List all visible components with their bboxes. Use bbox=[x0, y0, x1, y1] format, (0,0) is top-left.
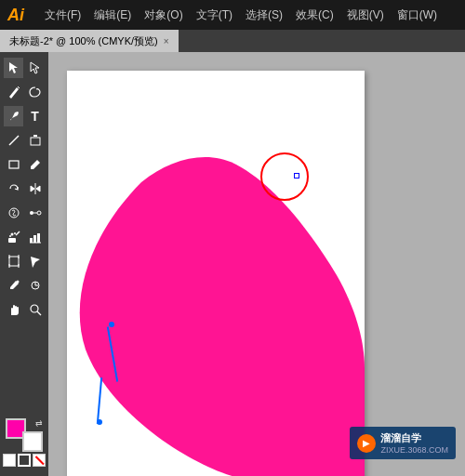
svg-line-3 bbox=[9, 136, 19, 145]
svg-marker-8 bbox=[31, 186, 34, 192]
menu-view[interactable]: 视图(V) bbox=[341, 6, 390, 25]
svg-point-12 bbox=[37, 211, 41, 215]
pen-tool[interactable] bbox=[4, 106, 23, 126]
rotate-tool[interactable] bbox=[4, 178, 23, 199]
svg-rect-23 bbox=[9, 257, 19, 266]
svg-rect-14 bbox=[8, 238, 16, 243]
selection-tool[interactable] bbox=[4, 58, 23, 78]
menu-file[interactable]: 文件(F) bbox=[39, 6, 86, 25]
watermark-title: 溜溜自学 bbox=[380, 431, 448, 445]
menu-object[interactable]: 对象(O) bbox=[139, 6, 188, 25]
anchor-point bbox=[294, 173, 299, 178]
tab-bar: 未标题-2* @ 100% (CMYK/预览) × bbox=[0, 30, 465, 52]
menu-bar: 文件(F) 编辑(E) 对象(O) 文字(T) 选择(S) 效果(C) 视图(V… bbox=[39, 6, 443, 25]
selection-tools-row bbox=[0, 56, 48, 80]
stroke-swatch[interactable] bbox=[22, 431, 43, 452]
svg-point-29 bbox=[16, 281, 19, 284]
active-tab[interactable]: 未标题-2* @ 100% (CMYK/预览) × bbox=[0, 30, 179, 52]
color-swatches: ⇄ bbox=[0, 413, 49, 472]
content-area: T bbox=[0, 52, 465, 476]
default-fill-swatch[interactable] bbox=[3, 454, 16, 467]
rectangle-tool[interactable] bbox=[4, 154, 23, 175]
blend-tool[interactable] bbox=[25, 203, 45, 223]
zoom-tool[interactable] bbox=[25, 299, 45, 320]
canvas-area[interactable]: ▶ 溜溜自学 ZIXUE.3068.COM bbox=[48, 52, 465, 476]
watermark-text: 溜溜自学 ZIXUE.3068.COM bbox=[380, 431, 448, 455]
measure-tool[interactable] bbox=[25, 275, 45, 296]
watermark-play-icon: ▶ bbox=[357, 434, 376, 453]
magic-lasso-row bbox=[0, 80, 48, 104]
watermark-badge: ▶ 溜溜自学 ZIXUE.3068.COM bbox=[350, 427, 456, 459]
gradient-eyedrop-row bbox=[0, 273, 48, 298]
symbol-sprayer-tool[interactable] bbox=[4, 227, 23, 247]
svg-marker-0 bbox=[9, 62, 18, 73]
artwork-svg bbox=[67, 71, 365, 476]
tab-label: 未标题-2* @ 100% (CMYK/预览) bbox=[9, 34, 158, 48]
column-graph-tool[interactable] bbox=[25, 227, 45, 247]
slice-tool[interactable] bbox=[25, 251, 45, 271]
svg-point-33 bbox=[31, 305, 38, 312]
tab-close-button[interactable]: × bbox=[164, 36, 169, 46]
swap-colors-icon[interactable]: ⇄ bbox=[35, 418, 43, 428]
artboard-tool[interactable] bbox=[4, 251, 23, 271]
menu-effect[interactable]: 效果(C) bbox=[290, 6, 339, 25]
warp-blend-row bbox=[0, 201, 48, 225]
menu-window[interactable]: 窗口(W) bbox=[392, 6, 443, 25]
svg-point-17 bbox=[14, 232, 16, 234]
svg-rect-20 bbox=[33, 235, 36, 243]
pen-type-row: T bbox=[0, 104, 48, 128]
svg-point-18 bbox=[9, 235, 11, 237]
hand-tool[interactable] bbox=[4, 299, 23, 320]
menu-edit[interactable]: 编辑(E) bbox=[88, 6, 137, 25]
pencil-tool[interactable] bbox=[25, 154, 45, 175]
magic-wand-tool[interactable] bbox=[4, 82, 23, 102]
warp-tool[interactable] bbox=[4, 203, 23, 223]
line-type-row bbox=[0, 128, 48, 152]
swatch-stack: ⇄ bbox=[6, 418, 43, 452]
svg-marker-9 bbox=[36, 186, 40, 192]
rotate-scale-row bbox=[0, 177, 48, 201]
watermark-url: ZIXUE.3068.COM bbox=[380, 445, 448, 455]
svg-marker-1 bbox=[31, 62, 39, 73]
default-none-row bbox=[3, 454, 46, 467]
main-area: 未标题-2* @ 100% (CMYK/预览) × bbox=[0, 30, 465, 476]
rect-pencil-row bbox=[0, 152, 48, 177]
eyedropper-tool[interactable] bbox=[4, 275, 23, 296]
svg-line-34 bbox=[37, 311, 41, 315]
menu-text[interactable]: 文字(T) bbox=[191, 6, 238, 25]
symbol-col-row bbox=[0, 225, 48, 249]
path-handle-point-1 bbox=[109, 322, 114, 327]
svg-rect-4 bbox=[31, 138, 40, 145]
hand-zoom-row bbox=[0, 298, 48, 322]
svg-rect-21 bbox=[37, 233, 40, 243]
ai-logo: Ai bbox=[7, 6, 24, 25]
svg-line-2 bbox=[18, 86, 20, 88]
svg-point-16 bbox=[10, 233, 13, 236]
svg-rect-19 bbox=[30, 238, 33, 243]
none-color-swatch[interactable] bbox=[33, 454, 46, 467]
lasso-tool[interactable] bbox=[25, 82, 45, 102]
menu-select[interactable]: 选择(S) bbox=[240, 6, 288, 25]
svg-marker-28 bbox=[31, 257, 40, 268]
artboard-slice-row bbox=[0, 249, 48, 273]
default-stroke-swatch[interactable] bbox=[18, 454, 31, 467]
title-bar: Ai 文件(F) 编辑(E) 对象(O) 文字(T) 选择(S) 效果(C) 视… bbox=[0, 0, 465, 30]
reflect-tool[interactable] bbox=[25, 178, 45, 199]
toolbar: T bbox=[0, 52, 48, 476]
type-tool[interactable]: T bbox=[25, 106, 45, 126]
area-type-tool[interactable] bbox=[25, 130, 45, 151]
svg-rect-6 bbox=[9, 161, 19, 168]
svg-point-11 bbox=[30, 211, 33, 215]
artboard bbox=[67, 71, 365, 476]
svg-line-15 bbox=[16, 231, 20, 235]
direct-selection-tool[interactable] bbox=[25, 58, 45, 78]
line-tool[interactable] bbox=[4, 130, 23, 151]
